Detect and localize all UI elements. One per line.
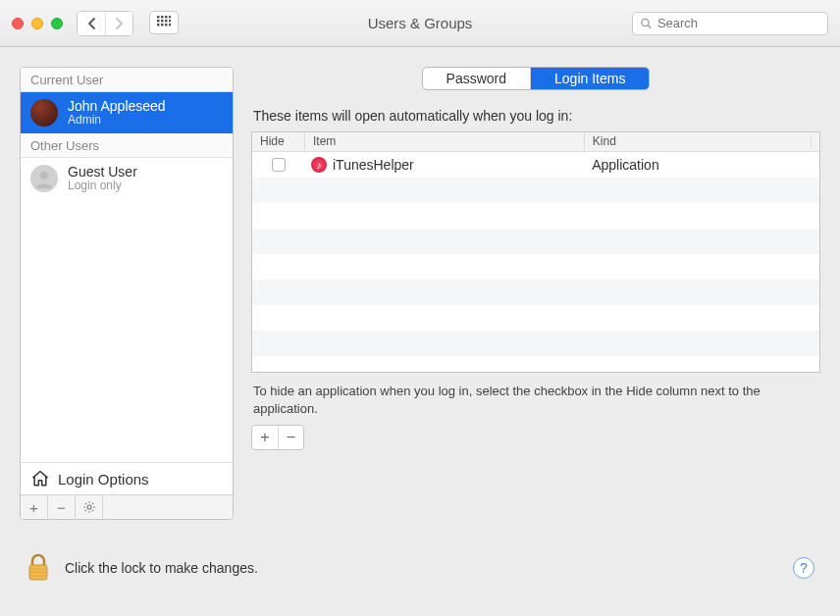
minimize-icon[interactable] xyxy=(31,18,43,29)
person-icon xyxy=(34,169,54,188)
svg-rect-1 xyxy=(161,16,164,19)
table-header: Hide Item Kind xyxy=(252,132,819,152)
avatar xyxy=(30,99,58,127)
table-body: ♪ iTunesHelper Application xyxy=(252,152,819,372)
user-actions-button[interactable] xyxy=(76,495,103,519)
svg-point-14 xyxy=(40,172,48,180)
user-name-label: John Appleseed xyxy=(68,98,166,114)
body: Current User John Appleseed Admin Other … xyxy=(0,47,840,539)
gear-icon xyxy=(82,500,96,514)
svg-rect-5 xyxy=(161,20,164,23)
tab-segmented: Password Login Items xyxy=(422,67,651,90)
sidebar-user-guest[interactable]: Guest User Login only xyxy=(21,158,233,199)
cell-item: ♪ iTunesHelper xyxy=(305,157,584,173)
back-button[interactable] xyxy=(78,12,105,35)
avatar xyxy=(30,165,58,192)
remove-item-button[interactable]: − xyxy=(278,426,303,449)
tab-login-items[interactable]: Login Items xyxy=(530,68,649,89)
nav-group xyxy=(77,11,179,36)
col-hide[interactable]: Hide xyxy=(252,132,305,151)
cell-hide xyxy=(252,158,305,172)
svg-rect-11 xyxy=(169,24,171,26)
search-field[interactable] xyxy=(632,12,828,35)
sidebar-footer: + − xyxy=(21,494,233,519)
svg-rect-3 xyxy=(169,16,171,19)
hint-text: To hide an application when you log in, … xyxy=(253,383,818,417)
user-role-label: Login only xyxy=(68,180,137,193)
lock-area[interactable]: Click the lock to make changes. xyxy=(26,553,258,583)
table-row xyxy=(252,203,819,229)
svg-line-23 xyxy=(91,503,92,504)
titlebar: Users & Groups xyxy=(0,0,840,47)
table-row[interactable]: ♪ iTunesHelper Application xyxy=(252,152,819,178)
remove-user-button[interactable]: − xyxy=(48,495,76,519)
sidebar-login-options[interactable]: Login Options xyxy=(21,462,233,494)
svg-rect-7 xyxy=(169,20,171,23)
login-items-table: Hide Item Kind ♪ iTunesHelper Applicatio… xyxy=(251,131,820,373)
add-item-button[interactable]: + xyxy=(252,426,278,449)
svg-rect-6 xyxy=(165,20,168,23)
nav-back-forward xyxy=(77,11,133,36)
svg-line-21 xyxy=(91,510,92,511)
add-user-button[interactable]: + xyxy=(21,495,48,519)
table-row xyxy=(252,280,819,305)
svg-rect-10 xyxy=(165,24,168,26)
svg-rect-2 xyxy=(165,16,168,19)
svg-rect-4 xyxy=(157,20,160,23)
table-row xyxy=(252,331,819,356)
table-row xyxy=(252,254,819,280)
svg-rect-9 xyxy=(161,24,164,26)
hide-checkbox[interactable] xyxy=(272,158,286,172)
help-button[interactable]: ? xyxy=(793,557,814,579)
lock-icon xyxy=(26,553,51,583)
lock-text: Click the lock to make changes. xyxy=(65,560,258,576)
svg-rect-0 xyxy=(157,16,160,19)
window-controls xyxy=(12,18,63,29)
search-input[interactable] xyxy=(657,16,819,30)
close-icon[interactable] xyxy=(12,18,24,29)
svg-line-22 xyxy=(84,510,85,511)
table-row xyxy=(252,229,819,254)
house-icon xyxy=(30,469,50,488)
svg-line-13 xyxy=(648,25,651,27)
item-name-label: iTunesHelper xyxy=(333,157,414,173)
col-item[interactable]: Item xyxy=(305,132,585,151)
content-pane: Password Login Items These items will op… xyxy=(251,67,820,520)
svg-rect-8 xyxy=(157,24,160,26)
content-footer: + − xyxy=(251,425,820,450)
user-role-label: Admin xyxy=(68,114,166,128)
grid-icon xyxy=(157,16,171,29)
add-remove-group: + − xyxy=(251,425,304,450)
svg-point-15 xyxy=(86,505,90,509)
svg-line-20 xyxy=(84,503,85,504)
user-sidebar: Current User John Appleseed Admin Other … xyxy=(20,67,234,520)
intro-text: These items will open automatically when… xyxy=(253,108,818,124)
search-icon xyxy=(641,18,652,29)
table-row xyxy=(252,178,819,203)
show-all-button[interactable] xyxy=(149,11,179,34)
tab-password[interactable]: Password xyxy=(423,68,530,89)
sidebar-header-other: Other Users xyxy=(21,133,233,158)
sidebar-header-current: Current User xyxy=(21,68,233,92)
user-name-label: Guest User xyxy=(68,164,137,180)
cell-kind: Application xyxy=(584,157,819,173)
zoom-icon[interactable] xyxy=(51,18,63,29)
sidebar-user-current[interactable]: John Appleseed Admin xyxy=(21,92,233,133)
bottom-bar: Click the lock to make changes. ? xyxy=(0,539,840,596)
forward-button[interactable] xyxy=(105,12,132,35)
col-kind[interactable]: Kind xyxy=(585,132,819,151)
login-options-label: Login Options xyxy=(58,471,149,488)
table-row xyxy=(252,305,819,331)
itunes-icon: ♪ xyxy=(311,157,327,173)
